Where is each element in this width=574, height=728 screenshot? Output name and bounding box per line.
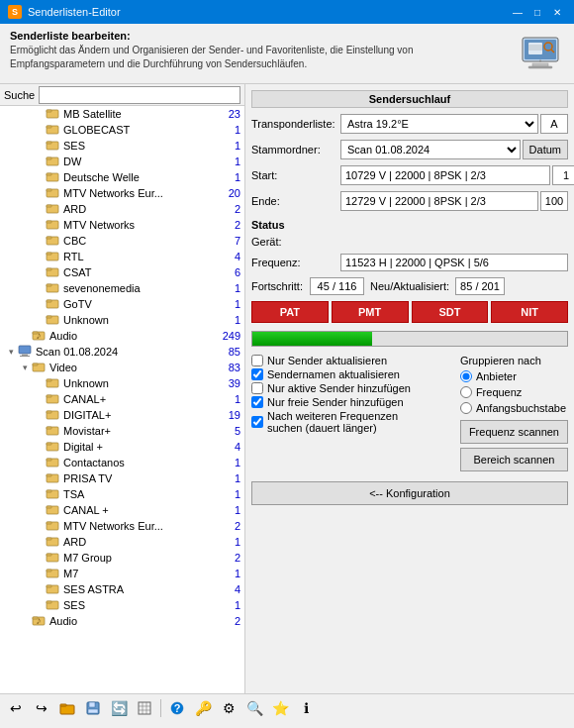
tree-item-count: 1	[225, 568, 244, 579]
settings-button[interactable]: ⚙	[217, 697, 240, 719]
tree-item[interactable]: TSA1	[0, 486, 244, 502]
group-label: Gruppieren nach	[460, 355, 568, 366]
datum-button[interactable]: Datum	[523, 140, 568, 159]
help-button[interactable]: ?	[165, 697, 189, 719]
tree-item[interactable]: M71	[0, 566, 244, 581]
tree-item[interactable]: SES ASTRA4	[0, 581, 244, 597]
radio-frequenz[interactable]	[460, 386, 472, 398]
tree-item-label: Audio	[48, 330, 223, 342]
svg-rect-22	[47, 189, 51, 191]
cb-weitere[interactable]	[251, 416, 263, 428]
bereich-scannen-button[interactable]: Bereich scannen	[460, 448, 568, 471]
svg-rect-46	[33, 364, 38, 365]
tree-item-label: CBC	[61, 235, 225, 247]
info-button[interactable]: ℹ	[294, 697, 318, 719]
tree-item[interactable]: sevenonemedia1	[0, 280, 244, 296]
save-button[interactable]	[81, 697, 105, 719]
key-button[interactable]: 🔑	[191, 697, 215, 719]
refresh-button[interactable]: 🔄	[107, 697, 131, 719]
konfiguration-button[interactable]: <-- Konfiguration	[251, 481, 568, 505]
bottom-buttons: <-- Konfiguration	[251, 481, 568, 505]
cb-nur-sender[interactable]	[251, 355, 263, 366]
folder-icon	[46, 376, 59, 390]
help-icon: ?	[170, 701, 184, 715]
tree-item[interactable]: CSAT6	[0, 264, 244, 280]
folder-icon	[46, 535, 59, 549]
tree-item[interactable]: ♪Audio249	[0, 328, 244, 344]
tree-item[interactable]: MTV Networks Eur...2	[0, 518, 244, 534]
tree-item-count: 1	[225, 171, 244, 183]
ende-input[interactable]	[340, 191, 538, 211]
cb-nur-aktive[interactable]	[251, 382, 263, 394]
svg-rect-30	[47, 253, 51, 255]
tree-item[interactable]: DIGITAL+19	[0, 407, 244, 423]
search2-button[interactable]: 🔍	[242, 697, 266, 719]
tree-item[interactable]: CBC7	[0, 233, 244, 249]
tree-item-count: 1	[225, 599, 244, 611]
folder-icon	[46, 139, 59, 153]
tree-item[interactable]: Contactanos1	[0, 455, 244, 470]
svg-point-4	[539, 60, 541, 62]
cb-nur-freie[interactable]	[251, 396, 263, 408]
tree-item-count: 1	[225, 140, 244, 152]
svg-rect-12	[47, 110, 51, 112]
radio-anfang[interactable]	[460, 402, 472, 414]
nit-button[interactable]: NIT	[491, 301, 568, 323]
tree-item[interactable]: ARD2	[0, 201, 244, 217]
cb-sendernamen[interactable]	[251, 368, 263, 380]
tree-item[interactable]: ♪Audio2	[0, 613, 244, 629]
tree-item-count: 1	[225, 124, 244, 136]
tree-item[interactable]: SES1	[0, 138, 244, 154]
tree-item[interactable]: MTV Networks2	[0, 217, 244, 233]
geraet-row: Gerät:	[251, 236, 568, 248]
table-button[interactable]	[133, 697, 156, 719]
cb-weitere-label: Nach weiteren Frequenzensuchen (dauert l…	[267, 410, 398, 434]
start-spin-input[interactable]	[552, 165, 574, 185]
star-button[interactable]: ⭐	[268, 697, 292, 719]
folder-icon	[46, 155, 59, 168]
frequenz-scannen-button[interactable]: Frequenz scannen	[460, 420, 568, 444]
tree-item[interactable]: RTL4	[0, 249, 244, 264]
tree-item[interactable]: M7 Group2	[0, 550, 244, 566]
transponder-select[interactable]: Astra 19.2°E	[340, 114, 538, 134]
tree-container: MB Satellite23 GLOBECAST1 SES1 DW1 Deuts…	[0, 106, 244, 693]
tree-item[interactable]: Digital +4	[0, 439, 244, 455]
stammordner-control: Scan 01.08.2024 Datum	[340, 140, 568, 159]
tree-item[interactable]: PRISA TV1	[0, 470, 244, 486]
open-button[interactable]	[55, 697, 79, 719]
tree-item[interactable]: MB Satellite23	[0, 106, 244, 122]
tree-item[interactable]: GLOBECAST1	[0, 122, 244, 138]
tree-item-count: 1	[225, 488, 244, 500]
tree-item[interactable]: Unknown1	[0, 312, 244, 328]
stammordner-select[interactable]: Scan 01.08.2024	[340, 140, 521, 159]
maximize-button[interactable]: □	[528, 4, 546, 20]
tree-item[interactable]: MTV Networks Eur...20	[0, 185, 244, 201]
start-input[interactable]	[340, 165, 550, 185]
tree-item-label: M7	[61, 568, 225, 579]
svg-rect-68	[47, 538, 51, 540]
tree-item[interactable]: CANAL+1	[0, 391, 244, 407]
folder-icon	[46, 567, 59, 580]
pmt-button[interactable]: PMT	[332, 301, 409, 323]
tree-item[interactable]: SES1	[0, 597, 244, 613]
stammordner-row: Stammordner: Scan 01.08.2024 Datum	[251, 140, 568, 159]
tree-item[interactable]: DW1	[0, 154, 244, 169]
undo-button[interactable]: ↩	[4, 697, 28, 719]
radio-anbieter[interactable]	[460, 370, 472, 382]
tree-item[interactable]: ARD1	[0, 534, 244, 550]
close-button[interactable]: ✕	[548, 4, 566, 20]
tree-item[interactable]: ▾Video83	[0, 360, 244, 375]
tree-item[interactable]: Movistar+5	[0, 423, 244, 439]
header-desc: Ermöglicht das Ändern und Organisieren d…	[10, 44, 517, 71]
search-input[interactable]	[39, 86, 240, 104]
pat-button[interactable]: PAT	[251, 301, 329, 323]
tree-item[interactable]: Unknown39	[0, 375, 244, 391]
ende-spin-input[interactable]	[540, 191, 568, 211]
minimize-button[interactable]: —	[509, 4, 526, 20]
tree-item[interactable]: ▾Scan 01.08.202485	[0, 344, 244, 360]
sdt-button[interactable]: SDT	[412, 301, 489, 323]
tree-item[interactable]: GoTV1	[0, 296, 244, 312]
redo-button[interactable]: ↪	[30, 697, 53, 719]
tree-item[interactable]: CANAL +1	[0, 502, 244, 518]
tree-item[interactable]: Deutsche Welle1	[0, 169, 244, 185]
